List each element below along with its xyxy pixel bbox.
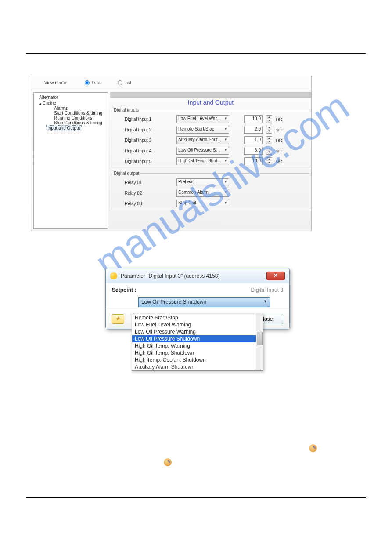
relay1-label: Relay 01	[125, 180, 173, 185]
view-mode-list[interactable]: List	[118, 80, 131, 85]
tree-alternator[interactable]: Alternator	[35, 94, 107, 100]
input2-combo[interactable]: Remote Start/Stop	[176, 126, 229, 134]
dialog-titlebar[interactable]: ⚡Parameter "Digital Input 3" (address 41…	[106, 268, 289, 283]
input2-label: Digital Input 2	[125, 127, 173, 132]
output-row-1: Relay 01Preheat	[112, 176, 310, 186]
tree-running[interactable]: Running Conditions	[35, 116, 107, 120]
tree-engine-label: Engine	[43, 101, 56, 105]
digital-inputs-group: Digital inputs Digital Input 1Low Fuel L…	[112, 108, 310, 168]
radio-list[interactable]	[118, 80, 122, 85]
digital-output-legend: Digital output	[112, 171, 140, 176]
relay3-combo[interactable]: Stop Coil	[176, 200, 229, 207]
content-header-bar	[110, 92, 311, 98]
input3-combo[interactable]: Auxiliary Alarm Shutdown	[176, 136, 229, 144]
input2-spin[interactable]: ▲▼	[266, 126, 272, 134]
tree-view[interactable]: Alternator ▴ Engine Alarms Start Conditi…	[33, 92, 108, 229]
option-1[interactable]: Low Fuel Level Warning	[132, 321, 263, 328]
option-5[interactable]: High Oil Temp. Shutdown	[132, 349, 263, 356]
option-7[interactable]: Auxiliary Alarm Shutdown	[132, 363, 263, 370]
option-4[interactable]: High Oil Temp. Warning	[132, 342, 263, 349]
dropdown-scrollbar[interactable]	[256, 314, 263, 370]
input-row-3: Digital Input 3Auxiliary Alarm Shutdown1…	[112, 134, 310, 144]
bolt-icon: ⚡	[110, 272, 117, 279]
tree-io-label: Input and Output	[46, 125, 82, 131]
tree-io[interactable]: Input and Output	[35, 125, 107, 131]
input3-delay[interactable]: 1,0	[244, 136, 263, 144]
input1-label: Digital Input 1	[125, 117, 173, 122]
tree-alarms[interactable]: Alarms	[35, 106, 107, 111]
view-mode-tree-label: Tree	[91, 80, 100, 85]
option-2[interactable]: Low Oil Pressure Warning	[132, 328, 263, 335]
output-row-2: Relay 02Common Alarm	[112, 186, 310, 197]
tree-start[interactable]: Start Conditions & timing	[35, 111, 107, 116]
input4-delay[interactable]: 3,0	[244, 147, 263, 155]
tree-engine[interactable]: ▴ Engine	[35, 100, 107, 106]
input-row-5: Digital Input 5High Oil Temp. Shutdown10…	[112, 155, 310, 165]
relay3-label: Relay 03	[125, 201, 173, 206]
input-row-2: Digital Input 2Remote Start/Stop2,0▲▼sec	[112, 123, 310, 134]
input1-unit: sec	[276, 117, 283, 122]
input5-combo[interactable]: High Oil Temp. Shutdown	[176, 157, 229, 165]
input3-label: Digital Input 3	[125, 138, 173, 143]
output-row-3: Relay 03Stop Coil	[112, 197, 310, 207]
view-mode-tree[interactable]: Tree	[85, 80, 100, 85]
content-title: Input and Output	[110, 98, 311, 107]
digital-output-group: Digital output Relay 01Preheat Relay 02C…	[112, 171, 310, 210]
input-row-4: Digital Input 4Low Oil Pressure Shutdow3…	[112, 144, 310, 155]
input4-combo[interactable]: Low Oil Pressure Shutdow	[176, 147, 229, 155]
relay1-combo[interactable]: Preheat	[176, 178, 229, 186]
radio-tree[interactable]	[85, 80, 90, 85]
input4-label: Digital Input 4	[125, 149, 173, 153]
setpoint-select[interactable]: Low Oil Pressure Shutdown	[138, 297, 270, 307]
input3-unit: sec	[276, 138, 283, 143]
view-mode-list-label: List	[124, 80, 131, 85]
relay2-combo[interactable]: Common Alarm	[176, 189, 229, 197]
option-3[interactable]: Low Oil Pressure Shutdown	[132, 335, 263, 342]
dialog-title-text: Parameter "Digital Input 3" (address 415…	[121, 273, 219, 279]
settings-panel: View mode: Tree List Alternator ▴ Engine…	[31, 76, 312, 231]
setpoint-label: Setpoint :	[112, 287, 136, 293]
input5-spin[interactable]: ▲▼	[266, 157, 272, 165]
input4-spin[interactable]: ▲▼	[266, 147, 272, 155]
relay2-label: Relay 02	[125, 191, 173, 196]
content-pane: Input and Output Digital inputs Digital …	[110, 90, 311, 231]
dropdown-list[interactable]: Remote Start/Stop Low Fuel Level Warning…	[132, 314, 263, 371]
page-rule-bottom	[26, 497, 366, 498]
scroll-thumb[interactable]	[257, 332, 263, 345]
input5-unit: sec	[276, 159, 283, 164]
view-mode-label: View mode:	[44, 80, 67, 85]
tree-stop[interactable]: Stop Conditions & timing	[35, 120, 107, 125]
param-name: Digital Input 3	[251, 287, 283, 293]
input4-unit: sec	[276, 149, 283, 153]
page-rule-top	[26, 53, 366, 54]
input2-unit: sec	[276, 127, 283, 132]
favorite-button[interactable]: ★	[112, 314, 124, 324]
view-mode-row: View mode: Tree List	[31, 79, 311, 90]
dialog-body: Setpoint :Digital Input 3 Low Oil Pressu…	[106, 283, 289, 309]
edit-icon	[164, 458, 172, 466]
input1-spin[interactable]: ▲▼	[266, 115, 272, 123]
input5-label: Digital Input 5	[125, 159, 173, 164]
input5-delay[interactable]: 10,0	[244, 157, 263, 165]
option-0[interactable]: Remote Start/Stop	[132, 314, 263, 321]
digital-inputs-legend: Digital inputs	[112, 108, 140, 112]
input3-spin[interactable]: ▲▼	[266, 136, 272, 144]
input1-combo[interactable]: Low Fuel Level Warning	[176, 115, 229, 123]
close-icon[interactable]: ✕	[266, 272, 285, 280]
input-row-1: Digital Input 1Low Fuel Level Warning10,…	[112, 112, 310, 123]
edit-icon	[309, 444, 317, 452]
input1-delay[interactable]: 10,0	[244, 115, 263, 123]
option-6[interactable]: High Temp. Coolant Shutdown	[132, 356, 263, 363]
input2-delay[interactable]: 2,0	[244, 126, 263, 134]
